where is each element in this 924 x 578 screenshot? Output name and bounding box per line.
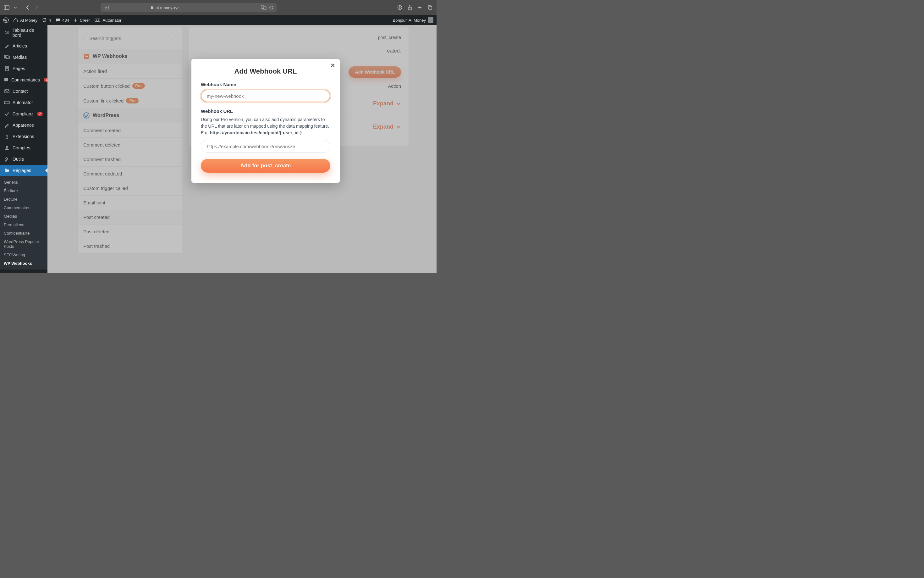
sub-medias[interactable]: Médias	[0, 212, 47, 221]
webhook-name-input[interactable]	[201, 89, 330, 102]
complianz-badge: 2	[37, 112, 43, 116]
sidebar-item-contact[interactable]: Contact	[0, 86, 47, 97]
chevron-down-icon[interactable]	[13, 5, 18, 10]
reload-icon[interactable]	[269, 5, 273, 10]
svg-rect-29	[5, 101, 10, 104]
nav-forward-icon	[35, 5, 38, 10]
sidebar-item-extensions[interactable]: Extensions	[0, 131, 47, 142]
sidebar-item-make[interactable]: Make	[0, 270, 47, 273]
wp-greeting[interactable]: Bonjour, AI Money	[393, 17, 434, 23]
sidebar-submenu: Général Écriture Lecture Commentaires Mé…	[0, 176, 47, 270]
svg-rect-28	[5, 89, 9, 93]
sidebar-item-automator[interactable]: Automator	[0, 97, 47, 108]
svg-rect-19	[95, 19, 100, 21]
svg-rect-7	[261, 6, 264, 8]
avatar	[428, 17, 434, 23]
wp-updates[interactable]: 4	[42, 18, 51, 23]
url-text: ai-money.xyz	[155, 5, 180, 10]
webhook-url-label: Webhook URL	[201, 109, 330, 114]
sidebar-item-outils[interactable]: Outils	[0, 153, 47, 165]
sub-commentaires[interactable]: Commentaires	[0, 203, 47, 212]
wp-admin-bar: AI Money 4 434 Créer Automator Bonjour, …	[0, 15, 437, 25]
sidebar-item-tableau-de-bord[interactable]: Tableau de bord	[0, 25, 47, 40]
comments-badge: 434	[44, 78, 47, 82]
svg-rect-15	[429, 6, 432, 10]
webhook-url-help: Using our Pro version, you can also add …	[201, 116, 330, 136]
webhook-url-input[interactable]	[201, 140, 330, 153]
wp-automator[interactable]: Automator	[94, 18, 121, 23]
svg-rect-6	[151, 7, 154, 9]
sidebar-item-articles[interactable]: Articles	[0, 40, 47, 52]
modal-title: Add Webhook URL	[201, 67, 330, 75]
sidebar-item-complianz[interactable]: Complianz2	[0, 108, 47, 120]
add-for-post-create-button[interactable]: Add for post_create	[201, 159, 330, 173]
add-webhook-modal: Add Webhook URL Webhook Name Webhook URL…	[191, 59, 340, 183]
svg-point-38	[8, 170, 8, 171]
admin-sidebar: Tableau de bord Articles Médias Pages Co…	[0, 25, 47, 273]
sub-wp-webhooks[interactable]: WP Webhooks	[0, 259, 47, 268]
address-bar[interactable]: ai-money.xyz	[100, 3, 277, 12]
reader-icon[interactable]	[104, 6, 109, 10]
svg-rect-8	[263, 6, 266, 10]
wp-comments[interactable]: 434	[55, 18, 69, 23]
translate-icon[interactable]	[261, 5, 267, 10]
sidebar-item-apparence[interactable]: Apparence	[0, 120, 47, 131]
sidebar-item-pages[interactable]: Pages	[0, 63, 47, 74]
webhook-name-label: Webhook Name	[201, 82, 330, 87]
sub-lecture[interactable]: Lecture	[0, 195, 47, 203]
browser-toolbar: ai-money.xyz	[0, 0, 437, 15]
wp-logo-icon[interactable]	[3, 17, 9, 23]
sidebar-item-reglages[interactable]: Réglages	[0, 165, 47, 176]
download-icon[interactable]	[397, 5, 403, 10]
new-tab-icon[interactable]	[417, 5, 423, 10]
sub-general[interactable]: Général	[0, 178, 47, 187]
share-icon[interactable]	[407, 5, 413, 10]
close-icon[interactable]	[330, 63, 335, 68]
svg-point-21	[98, 20, 99, 20]
svg-point-20	[96, 20, 97, 20]
svg-rect-0	[4, 6, 9, 10]
sub-wppp[interactable]: WordPress Popular Posts	[0, 237, 47, 251]
nav-back-icon[interactable]	[26, 5, 29, 10]
sidebar-item-medias[interactable]: Médias	[0, 52, 47, 63]
content-area: WP Webhooks Action fired Custom button c…	[47, 25, 437, 273]
svg-point-39	[6, 171, 7, 172]
sub-ecriture[interactable]: Écriture	[0, 187, 47, 195]
svg-point-37	[6, 169, 6, 170]
sidebar-item-commentaires[interactable]: Commentaires434	[0, 74, 47, 86]
wp-site-link[interactable]: AI Money	[13, 18, 37, 23]
tabs-icon[interactable]	[427, 5, 433, 10]
svg-point-24	[5, 56, 6, 57]
wp-create[interactable]: Créer	[74, 18, 90, 23]
sidebar-item-comptes[interactable]: Comptes	[0, 142, 47, 153]
sub-seowriting[interactable]: SEOWriting	[0, 251, 47, 259]
svg-line-22	[7, 32, 8, 33]
sub-permaliens[interactable]: Permaliens	[0, 221, 47, 229]
svg-point-33	[6, 146, 8, 148]
sub-confidentialite[interactable]: Confidentialité	[0, 229, 47, 237]
lock-icon	[150, 6, 154, 10]
svg-rect-30	[6, 136, 8, 138]
sidebar-toggle-icon[interactable]	[4, 5, 10, 10]
